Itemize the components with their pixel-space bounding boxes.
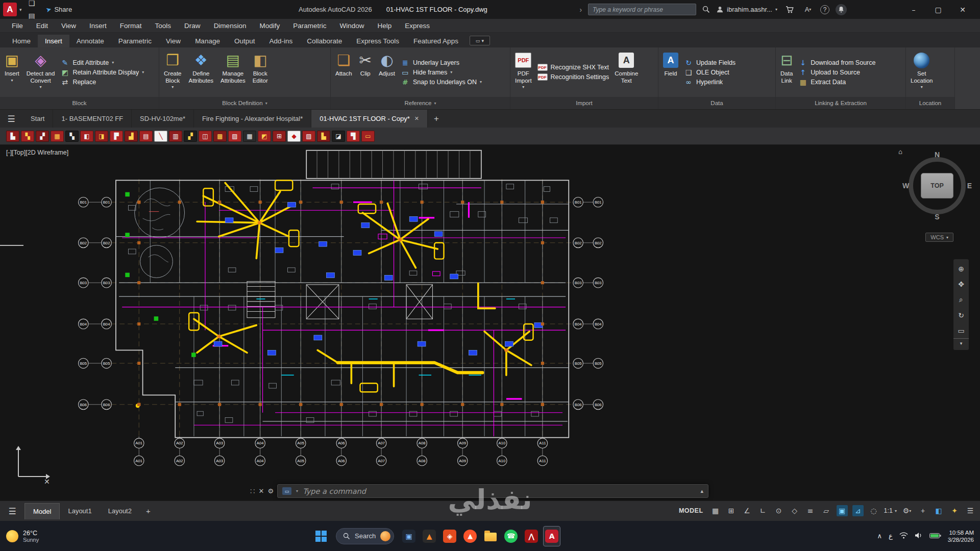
annotation-scale-button[interactable]: 1:1 ▾ (884, 507, 897, 514)
document-tab-1-basement02-ff[interactable]: 1- BASEMENT02 FF (53, 110, 132, 128)
zoom-icon[interactable]: ⌕ (959, 292, 963, 308)
ucs-dropdown[interactable]: WCS ▾ (925, 233, 953, 242)
block-tool-6[interactable]: ◧ (80, 131, 93, 142)
pdf-import-button[interactable]: PDFPDFImport▾ (513, 49, 533, 95)
block-tool-16[interactable]: ▨ (228, 131, 241, 142)
block-tool-17[interactable]: ▦ (243, 131, 256, 142)
infer-constraints-icon[interactable]: ∠ (742, 505, 753, 516)
menu-insert[interactable]: Insert (83, 19, 113, 32)
tab-close-icon[interactable]: ✕ (414, 115, 419, 122)
block-tool-8[interactable]: ▛ (110, 131, 123, 142)
docked-palette-handle[interactable] (0, 245, 23, 246)
block-tool-10[interactable]: ▤ (139, 131, 153, 142)
underlay-layers-button[interactable]: ≣Underlay Layers (401, 59, 482, 66)
save-as-icon[interactable]: ❑ (26, 0, 38, 10)
viewcube-north[interactable]: N (935, 151, 940, 159)
define-attributes-button[interactable]: ❖DefineAttributes (187, 49, 215, 95)
ole-object-button[interactable]: ❑OLE Object (684, 69, 736, 76)
block-tool-24[interactable]: ▜ (347, 131, 360, 142)
hide-frames-button[interactable]: ▭Hide frames▾ (401, 69, 482, 76)
command-input[interactable] (303, 487, 696, 495)
command-keyboard-icon[interactable]: ▭ (282, 487, 291, 495)
showmotion-icon[interactable]: ▭ (958, 323, 964, 338)
block-tool-9[interactable]: ▟ (125, 131, 138, 142)
panel-label-data[interactable]: Data (658, 97, 775, 109)
polar-tracking-icon[interactable]: ⊙ (773, 505, 785, 516)
grid-icon[interactable]: ▦ (710, 505, 721, 516)
block-tool-19[interactable]: ⊞ (273, 131, 286, 142)
lineweight-icon[interactable]: ≡ (805, 505, 816, 516)
set-location-button[interactable]: SetLocation▾ (909, 49, 934, 95)
minimize-button[interactable]: – (901, 0, 926, 19)
customization-icon[interactable]: ☰ (965, 505, 976, 516)
wifi-icon[interactable] (899, 532, 908, 541)
panel-label-import[interactable]: Import (510, 97, 658, 109)
autodesk-assistant-button[interactable]: A ▾ (802, 4, 814, 16)
transparency-icon[interactable]: ▱ (821, 505, 832, 516)
ribbon-display-toggle[interactable]: ▭▾ (470, 36, 490, 45)
combine-text-button[interactable]: ACombineText (613, 49, 640, 95)
block-tool-22[interactable]: ▙ (317, 131, 330, 142)
adjust-button[interactable]: ◐Adjust (377, 49, 397, 95)
panel-label-block-definition[interactable]: Block Definition▾ (159, 97, 330, 109)
ribbon-tab-add-ins[interactable]: Add-ins (262, 35, 300, 47)
viewcube-top-face[interactable]: TOP (921, 173, 953, 198)
menu-help[interactable]: Help (371, 19, 398, 32)
app-store-orange[interactable]: ◈ (441, 526, 458, 546)
block-tool-5[interactable]: ▚ (65, 131, 79, 142)
block-tool-13[interactable]: ▞ (184, 131, 197, 142)
document-tab-fire-fighting-alexander-hospital[interactable]: Fire Fighting - Alexander Hospital* (194, 110, 311, 128)
ribbon-tab-insert[interactable]: Insert (38, 35, 69, 47)
tray-chevron-icon[interactable]: ∧ (877, 532, 883, 540)
block-tool-11[interactable]: ╲ (154, 131, 167, 142)
selection-cycling-icon[interactable]: ▣ (837, 505, 848, 516)
menu-format[interactable]: Format (113, 19, 149, 32)
menu-express[interactable]: Express (398, 19, 436, 32)
command-customize-icon[interactable]: ⚙ (267, 487, 274, 495)
command-history-arrow-icon[interactable]: ▴ (701, 488, 704, 494)
file-tabs-menu-icon[interactable]: ☰ (0, 110, 22, 128)
battery-icon[interactable] (929, 532, 941, 541)
menu-file[interactable]: File (5, 19, 30, 32)
block-tool-2[interactable]: ▚ (21, 131, 34, 142)
hardware-accel-icon[interactable]: ◧ (933, 505, 944, 516)
ribbon-tab-home[interactable]: Home (5, 35, 38, 47)
snap-icon[interactable]: ⊞ (726, 505, 737, 516)
layout-tab-layout2[interactable]: Layout2 (100, 503, 140, 519)
layout-tab-model[interactable]: Model (24, 503, 60, 519)
viewcube-west[interactable]: W (902, 182, 909, 190)
app-menu-arrow-icon[interactable]: ▾ (19, 7, 22, 12)
help-icon[interactable]: ? (820, 5, 829, 14)
block-tool-12[interactable]: ▥ (169, 131, 182, 142)
panel-label-block[interactable]: Block (0, 97, 159, 109)
block-tool-25[interactable]: ▭ (361, 131, 375, 142)
brave-browser[interactable]: ▲ (461, 526, 479, 546)
account-button[interactable]: ibrahim.aashr... ▾ (716, 6, 777, 13)
start-button[interactable] (312, 526, 330, 546)
clip-button[interactable]: ✂Clip (358, 49, 373, 95)
block-tool-3[interactable]: ▞ (36, 131, 49, 142)
command-close-icon[interactable]: ✕ (259, 487, 264, 495)
block-tool-14[interactable]: ◫ (199, 131, 212, 142)
ribbon-tab-view[interactable]: View (159, 35, 188, 47)
download-from-source-button[interactable]: ↓Download from Source (798, 59, 875, 66)
drawing-canvas[interactable]: [-][Top][2D Wireframe] (0, 145, 980, 500)
ribbon-tab-output[interactable]: Output (227, 35, 262, 47)
viewcube-south[interactable]: S (935, 213, 939, 221)
menu-parametric[interactable]: Parametric (286, 19, 333, 32)
language-indicator[interactable]: ع (889, 532, 893, 540)
extract-data-button[interactable]: ▦Extract Data (798, 79, 875, 86)
block-editor-button[interactable]: ◧BlockEditor (251, 49, 270, 95)
block-tool-1[interactable]: ▙ (6, 131, 19, 142)
viewport-controls-label[interactable]: [-][Top][2D Wireframe] (6, 149, 68, 156)
upload-to-source-button[interactable]: ↑Upload to Source (798, 69, 875, 76)
file-explorer[interactable] (482, 526, 499, 546)
menu-dimension[interactable]: Dimension (207, 19, 253, 32)
ortho-icon[interactable]: ∟ (757, 505, 769, 516)
ribbon-tab-express-tools[interactable]: Express Tools (349, 35, 406, 47)
taskbar-search[interactable]: Search (336, 528, 394, 544)
document-tab-sd-hv-102me[interactable]: SD-HV-102me* (132, 110, 194, 128)
layout-tab-layout1[interactable]: Layout1 (60, 503, 100, 519)
block-tool-23[interactable]: ◪ (332, 131, 345, 142)
menu-window[interactable]: Window (333, 19, 371, 32)
